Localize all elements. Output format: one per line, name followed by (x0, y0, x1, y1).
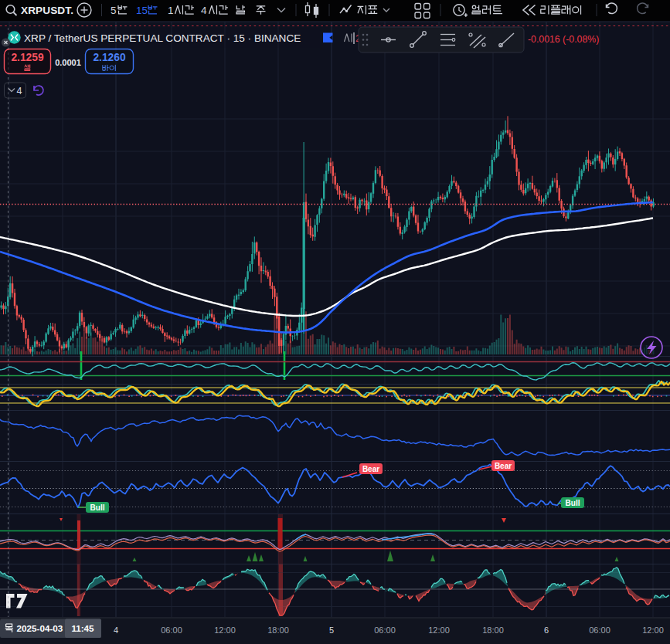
svg-text:Bull: Bull (566, 499, 580, 507)
svg-text:2025-04-03: 2025-04-03 (17, 623, 63, 633)
svg-text:XRPUSDT.: XRPUSDT. (21, 5, 73, 16)
svg-text:06:00: 06:00 (589, 625, 610, 635)
svg-text:-0.0016 (-0.08%): -0.0016 (-0.08%) (528, 34, 599, 45)
svg-text:0.0001: 0.0001 (55, 58, 81, 67)
svg-text:12:00: 12:00 (214, 625, 236, 635)
svg-text:Bear: Bear (495, 462, 512, 470)
svg-text:2.1260: 2.1260 (93, 52, 126, 63)
svg-text:15: 15 (136, 5, 148, 16)
svg-text:12:00: 12:00 (642, 625, 664, 635)
svg-text:4: 4 (17, 86, 22, 97)
svg-text:4: 4 (114, 625, 118, 635)
svg-text:1: 1 (168, 5, 174, 16)
svg-text:Bull: Bull (90, 503, 105, 512)
svg-text:5: 5 (111, 5, 117, 16)
svg-text:XRP / TetherUS PERPETUAL CONTR: XRP / TetherUS PERPETUAL CONTRACT · 15 ·… (24, 32, 301, 44)
svg-text:18:00: 18:00 (482, 625, 504, 635)
svg-text:18:00: 18:00 (267, 625, 289, 635)
svg-text:11:45: 11:45 (71, 623, 94, 633)
svg-text:6: 6 (544, 625, 549, 635)
svg-text:12:00: 12:00 (428, 625, 450, 635)
svg-text:2.1259: 2.1259 (11, 52, 44, 63)
svg-text:Bear: Bear (362, 465, 379, 473)
svg-text:06:00: 06:00 (161, 625, 182, 635)
svg-text:06:00: 06:00 (374, 625, 396, 635)
svg-text:5: 5 (329, 625, 334, 635)
svg-text:4: 4 (201, 5, 207, 16)
